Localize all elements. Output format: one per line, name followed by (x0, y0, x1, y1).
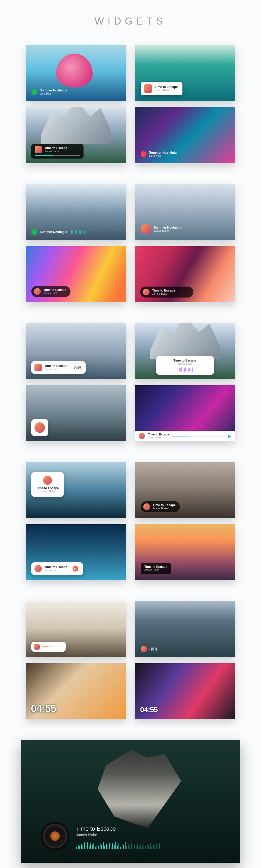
track-artist: James Blake (177, 362, 192, 366)
music-widget[interactable] (31, 642, 66, 652)
album-thumb (143, 503, 150, 510)
track-artist: James Blake (44, 150, 67, 153)
waveform[interactable] (150, 647, 157, 651)
music-widget[interactable]: Summer Nostalgia Luna Halo (141, 151, 176, 157)
hero-controls: Time to Escape James Blake (41, 822, 221, 850)
progress-bar[interactable] (172, 436, 225, 436)
music-widget[interactable]: Summer Nostalgia (31, 229, 121, 235)
waveform[interactable] (70, 229, 121, 235)
track-artist: Luna Halo (149, 154, 176, 157)
music-player-bar[interactable]: Time to Escape James Blake ▶ (135, 431, 235, 441)
widget-card: Time to Escape James Blake (26, 246, 126, 302)
track-artist: James Blake (40, 490, 55, 493)
track-artist: James Blake (44, 569, 67, 572)
track-title: Time to Escape (144, 565, 167, 569)
music-widget[interactable]: Time to Escape James Blake (141, 501, 180, 512)
hero-artist: James Blake (76, 833, 221, 837)
hero-waveform[interactable] (76, 842, 221, 849)
widget-card: Summer Nostalgia James Blake (135, 184, 235, 240)
track-title: Summer Nostalgia (154, 226, 181, 229)
track-title: Time to Escape (153, 503, 176, 507)
track-artist: James Blake (43, 292, 66, 295)
album-thumb (34, 565, 42, 572)
track-artist: Luna Halo (40, 92, 67, 95)
widget-card: Time to Escape James Blake (135, 45, 235, 101)
track-title: Time to Escape (43, 288, 66, 292)
track-title: Summer Nostalgia (149, 151, 176, 154)
time-display: 04:55 (31, 703, 56, 714)
widget-card: Time to Escape James Blake (135, 524, 235, 580)
album-thumb (34, 288, 41, 295)
track-title: Time to Escape (36, 486, 59, 490)
widget-card: Time to Escape James Blake (135, 246, 235, 302)
track-title: Time to Escape (44, 146, 67, 150)
track-title: Time to Escape (155, 85, 178, 89)
album-thumb (35, 146, 42, 153)
track-artist: James Blake (154, 229, 181, 232)
album-thumb (34, 364, 42, 371)
track-time: 04:55 (74, 366, 81, 369)
music-widget[interactable]: Time to Escape James Blake (141, 82, 183, 95)
music-widget[interactable]: Time to Escape James Blake (140, 286, 193, 298)
music-widget[interactable] (141, 646, 157, 652)
clock-time: 04:55 (140, 706, 158, 714)
progress-bar[interactable] (35, 155, 80, 156)
vinyl-icon (41, 822, 69, 850)
album-thumb (141, 646, 147, 652)
widget-group-3: Time to Escape James Blake 04:55 Time to… (0, 323, 261, 441)
widget-card: Summer Nostalgia Luna Halo (26, 45, 126, 101)
widget-card (26, 385, 126, 441)
widget-card: Time to Escape James Blake ▶ (135, 385, 235, 441)
widget-card (135, 601, 235, 657)
music-widget[interactable]: Summer Nostalgia James Blake (141, 224, 181, 234)
music-widget[interactable]: Time to Escape James Blake (156, 356, 214, 375)
widget-group-4: Time to Escape James Blake Time to Escap… (0, 462, 261, 580)
widget-card: Summer Nostalgia (26, 184, 126, 240)
music-widget[interactable]: Summer Nostalgia Luna Halo (31, 89, 67, 95)
track-artist: James Blake (155, 89, 178, 92)
album-thumb (34, 644, 40, 650)
music-widget[interactable]: Time to Escape James Blake ▶ (31, 562, 83, 575)
music-widget[interactable]: Time to Escape James Blake 04:55 (31, 361, 86, 374)
music-widget[interactable]: Time to Escape James Blake (141, 563, 171, 575)
widget-card: Time to Escape James Blake (26, 107, 126, 163)
widget-group-1: Summer Nostalgia Luna Halo Time to Escap… (0, 45, 261, 163)
music-widget[interactable] (31, 419, 48, 436)
spotify-icon (31, 229, 37, 235)
widget-card: Time to Escape James Blake ▶ (26, 524, 126, 580)
play-icon[interactable]: ▶ (228, 434, 231, 439)
track-title: Summer Nostalgia (40, 230, 67, 234)
track-title: Time to Escape (44, 364, 67, 368)
track-artist: James Blake (144, 569, 167, 572)
track-artist: James Blake (44, 368, 67, 371)
track-title: Time to Escape (44, 565, 67, 569)
track-title: Time to Escape (173, 359, 197, 362)
widget-card: 04:55 (26, 663, 126, 719)
track-title: Time to Escape (148, 433, 169, 436)
clock-time: 04:55 (31, 703, 56, 714)
time-display: 04:55 (140, 706, 158, 714)
album-thumb (34, 423, 45, 433)
progress-bar[interactable] (42, 647, 63, 647)
waveform[interactable] (161, 367, 209, 372)
widget-card: 04:55 (135, 663, 235, 719)
album-thumb (143, 289, 150, 296)
widget-card: Time to Escape James Blake (135, 462, 235, 518)
music-widget[interactable]: Time to Escape James Blake (31, 144, 84, 159)
album-thumb (144, 84, 152, 93)
album-thumb (141, 224, 151, 234)
music-widget[interactable]: Time to Escape James Blake (31, 286, 70, 297)
track-artist: James Blake (153, 507, 176, 510)
play-icon[interactable]: ▶ (72, 566, 78, 571)
hero-player: Time to Escape James Blake (21, 740, 240, 863)
track-artist: James Blake (152, 292, 175, 296)
hero-title: Time to Escape (76, 826, 221, 832)
music-widget[interactable]: Time to Escape James Blake (31, 472, 64, 497)
widget-group-2: Summer Nostalgia Summer Nostalgia James … (0, 184, 261, 302)
track-title: Time to Escape (152, 289, 175, 292)
widget-card (26, 601, 126, 657)
widget-card: Time to Escape James Blake 04:55 (26, 323, 126, 379)
page-title: WIDGETS (0, 16, 261, 27)
track-title: Summer Nostalgia (40, 89, 67, 92)
widget-group-5: 04:55 04:55 (0, 601, 261, 719)
